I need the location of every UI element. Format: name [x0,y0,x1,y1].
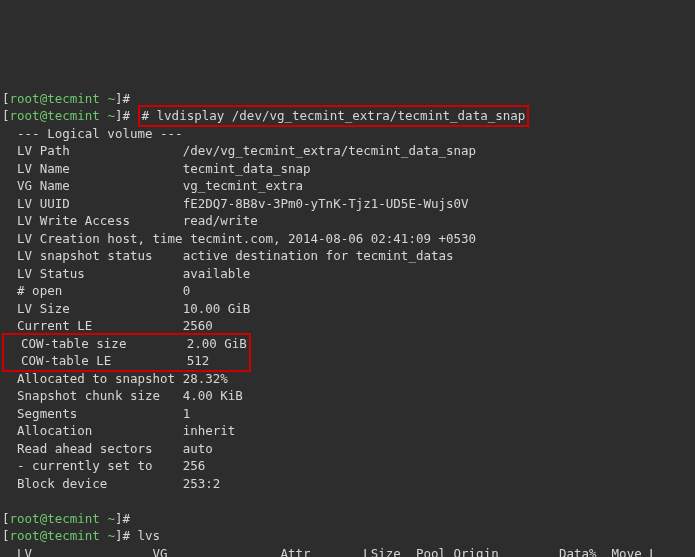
lv-header: --- Logical volume --- [2,126,183,141]
allocated-snapshot-value: 28.32% [183,371,228,386]
lv-size-label: LV Size [2,301,183,316]
lv-name-value: tecmint_data_snap [183,161,311,176]
block-device-label: Block device [2,476,183,491]
prompt-user: root@tecmint [10,528,100,543]
allocated-snapshot-label: Allocated to snapshot [2,371,183,386]
terminal-window: [root@tecmint ~]# [root@tecmint ~]# # lv… [2,72,695,557]
cow-table-size-value: 2.00 GiB [187,336,247,351]
prompt: [root@tecmint ~]# [2,91,138,106]
prompt: [root@tecmint ~]# [2,511,138,526]
lv-status-value: available [183,266,251,281]
prompt-path: ~ [107,91,115,106]
prompt: [root@tecmint ~]# [2,528,138,543]
prompt-user: root@tecmint [10,108,100,123]
cow-table-size-label: COW-table size [6,336,187,351]
lv-creation-value: tecmint.com, 2014-08-06 02:41:09 +0530 [190,231,476,246]
snapshot-chunk-value: 4.00 KiB [183,388,243,403]
prompt-path: ~ [107,528,115,543]
lv-snapshot-status-value: active destination for tecmint_datas [183,248,454,263]
command-lvdisplay-highlight: # lvdisplay /dev/vg_tecmint_extra/tecmin… [138,105,530,127]
lv-path-value: /dev/vg_tecmint_extra/tecmint_data_snap [183,143,477,158]
cow-table-highlight: COW-table size 2.00 GiB COW-table LE 512 [2,333,251,372]
currently-set-value: 256 [183,458,206,473]
segments-label: Segments [2,406,183,421]
currently-set-label: - currently set to [2,458,183,473]
lv-uuid-value: fE2DQ7-8B8v-3Pm0-yTnK-Tjz1-UD5E-Wujs0V [183,196,469,211]
vg-name-label: VG Name [2,178,183,193]
command-lvs: lvs [138,528,161,543]
lv-write-access-value: read/write [183,213,258,228]
lv-current-le-value: 2560 [183,318,213,333]
lv-name-label: LV Name [2,161,183,176]
lv-size-value: 10.00 GiB [183,301,251,316]
lv-open-label: # open [2,283,183,298]
command-text: # lvdisplay /dev/vg_tecmint_extra/tecmin… [142,108,526,123]
read-ahead-label: Read ahead sectors [2,441,183,456]
lv-path-label: LV Path [2,143,183,158]
prompt-user: root@tecmint [10,91,100,106]
prompt-path: ~ [107,511,115,526]
lvs-header: LV VG Attr LSize Pool Origin Data% Move … [2,546,657,558]
lv-current-le-label: Current LE [2,318,183,333]
lv-snapshot-status-label: LV snapshot status [2,248,183,263]
snapshot-chunk-label: Snapshot chunk size [2,388,183,403]
block-device-value: 253:2 [183,476,221,491]
prompt: [root@tecmint ~]# [2,108,130,123]
prompt-path: ~ [107,108,115,123]
lv-creation-label: LV Creation host, time [2,231,190,246]
prompt-user: root@tecmint [10,511,100,526]
lv-open-value: 0 [183,283,191,298]
lv-write-access-label: LV Write Access [2,213,183,228]
vg-name-value: vg_tecmint_extra [183,178,303,193]
cow-table-le-value: 512 [187,353,210,368]
lv-uuid-label: LV UUID [2,196,183,211]
read-ahead-value: auto [183,441,213,456]
lv-status-label: LV Status [2,266,183,281]
cow-table-le-label: COW-table LE [6,353,187,368]
allocation-label: Allocation [2,423,183,438]
allocation-value: inherit [183,423,236,438]
segments-value: 1 [183,406,191,421]
